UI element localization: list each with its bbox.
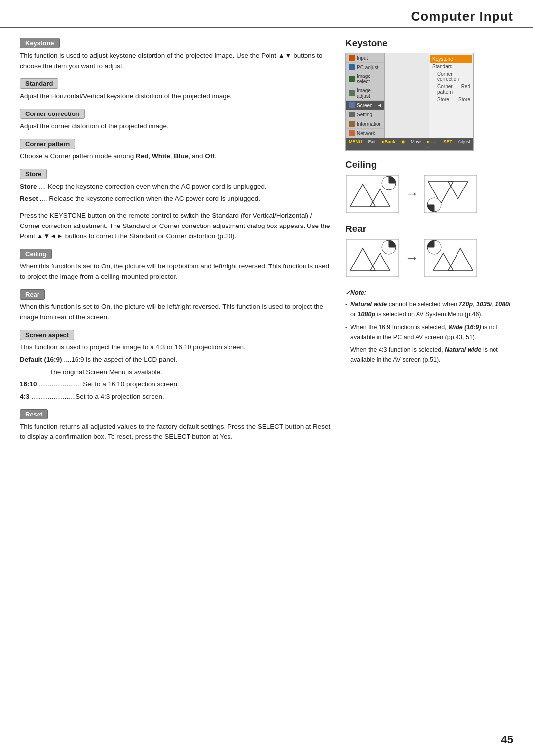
natural-wide-1: Natural wide bbox=[350, 301, 387, 308]
menu-store-row: Store Store bbox=[432, 96, 470, 103]
ceiling-before-svg bbox=[345, 174, 400, 214]
main-content: Keystone This function is used to adjust… bbox=[0, 28, 533, 459]
default-text: Default (16:9) ....16:9 is the aspect of… bbox=[20, 355, 331, 365]
svg-marker-13 bbox=[370, 253, 390, 270]
svg-marker-18 bbox=[448, 248, 473, 270]
menu-container: Input PC adjust Image select Image adjus… bbox=[346, 53, 473, 138]
menu-item-pcadjust: PC adjust bbox=[346, 63, 384, 72]
input-icon bbox=[349, 55, 355, 61]
ceiling-desc: When this function is set to On, the pic… bbox=[20, 262, 331, 282]
network-icon bbox=[349, 130, 355, 136]
store-section: Store Store .... Keep the keystone corre… bbox=[20, 169, 331, 204]
svg-marker-19 bbox=[433, 253, 453, 270]
page-number: 45 bbox=[501, 733, 513, 746]
ceiling-diagram-section: Ceiling → bbox=[345, 159, 513, 214]
keystone-section: Keystone This function is used to adjust… bbox=[20, 38, 331, 72]
svg-marker-0 bbox=[350, 184, 375, 206]
red-text: Red bbox=[136, 152, 149, 160]
note-list: Natural wide cannot be selected when 720… bbox=[345, 300, 513, 365]
note-item-2: When the 16:9 function is selected, Wide… bbox=[345, 322, 513, 342]
left-column: Keystone This function is used to adjust… bbox=[20, 38, 331, 449]
pcadjust-label: PC adjust bbox=[357, 65, 378, 70]
pcadjust-icon bbox=[349, 64, 355, 70]
standard-label: Standard bbox=[20, 78, 58, 89]
reset-desc: This function returns all adjusted value… bbox=[20, 422, 331, 443]
rear-label: Rear bbox=[20, 289, 45, 300]
menu-standard-row: Standard bbox=[432, 63, 470, 70]
menu-item-setting: Setting bbox=[346, 110, 384, 119]
standard-menu-label: Standard bbox=[432, 64, 453, 69]
store-bold: Store bbox=[20, 183, 37, 190]
input-label: Input bbox=[357, 55, 368, 61]
svg-marker-12 bbox=[350, 248, 375, 270]
corner-correction-section: Corner correction Adjust the corner dist… bbox=[20, 109, 331, 132]
corner-pattern-menu-label: Corner pattern bbox=[437, 84, 461, 95]
keystone-note: Press the KEYSTONE button on the remote … bbox=[20, 211, 331, 242]
original-screen: The original Screen Menu is available. bbox=[49, 367, 331, 378]
note-item-1: Natural wide cannot be selected when 720… bbox=[345, 300, 513, 319]
right-column: Keystone Input PC adjust Image select bbox=[345, 38, 513, 449]
1080p: 1080p bbox=[358, 311, 375, 318]
corner-correction-label: Corner correction bbox=[20, 109, 85, 119]
menu-sidebar: Input PC adjust Image select Image adjus… bbox=[346, 53, 385, 138]
ceiling-after-svg bbox=[423, 174, 478, 214]
note-item-3: When the 4:3 function is selected, Natur… bbox=[345, 345, 513, 365]
rear-arrow: → bbox=[405, 250, 419, 266]
ratio-43-label: 4:3 bbox=[20, 393, 30, 400]
keystone-menu: Input PC adjust Image select Image adjus… bbox=[345, 53, 474, 151]
rear-after-svg bbox=[423, 238, 478, 278]
reset-text: Reset .... Release the keystone correcti… bbox=[20, 194, 331, 204]
setting-icon bbox=[349, 112, 355, 117]
note-title: ✓Note: bbox=[345, 288, 513, 298]
menu-footer: MENUExit ◄Back ◆Move ►------ SETAdjust bbox=[346, 138, 473, 150]
menu-corner-row: Corner correction bbox=[432, 70, 470, 83]
corner-correction-menu-label: Corner correction bbox=[437, 71, 470, 82]
menu-item-imageadjust: Image adjust bbox=[346, 86, 384, 101]
corner-pattern-desc: Choose a Corner pattern mode among Red, … bbox=[20, 151, 331, 162]
reset-bold: Reset bbox=[20, 195, 38, 202]
menu-item-screen: Screen ◄ bbox=[346, 101, 384, 110]
wide-169: Wide (16:9) bbox=[448, 324, 481, 331]
store-menu-value: Store bbox=[458, 97, 470, 102]
note-box: ✓Note: Natural wide cannot be selected w… bbox=[345, 288, 513, 365]
menu-item-imageselect: Image select bbox=[346, 72, 384, 86]
ratio-43: 4:3 ........................Set to a 4:3… bbox=[20, 392, 331, 402]
rear-before-svg bbox=[345, 238, 400, 278]
screen-aspect-label: Screen aspect bbox=[20, 330, 74, 340]
network-label: Network bbox=[357, 131, 375, 136]
page-header: Computer Input bbox=[0, 0, 533, 28]
corner-pattern-label: Corner pattern bbox=[20, 139, 75, 149]
rear-diagram-section: Rear → bbox=[345, 224, 513, 278]
menu-item-information: Information bbox=[346, 119, 384, 129]
blue-text: Blue bbox=[174, 152, 188, 160]
1080i: 1080i bbox=[495, 301, 510, 308]
store-label: Store bbox=[20, 169, 47, 179]
rear-desc: When this function is set to On, the pic… bbox=[20, 302, 331, 323]
page-title: Computer Input bbox=[20, 9, 513, 24]
ratio-1610-label: 16:10 bbox=[20, 380, 37, 388]
keystone-note-section: Press the KEYSTONE button on the remote … bbox=[20, 211, 331, 242]
imageadjust-icon bbox=[349, 90, 355, 96]
imageadjust-label: Image adjust bbox=[357, 88, 381, 99]
keystone-label: Keystone bbox=[20, 38, 60, 48]
keystone-right-title: Keystone bbox=[345, 38, 513, 49]
svg-marker-7 bbox=[448, 182, 468, 199]
imageselect-icon bbox=[349, 76, 355, 82]
screen-aspect-desc: This function is used to project the ima… bbox=[20, 342, 331, 353]
ratio-1610: 16:10 ....................... Set to a 1… bbox=[20, 379, 331, 390]
screen-arrow: ◄ bbox=[377, 103, 381, 108]
reset-section: Reset This function returns all adjusted… bbox=[20, 409, 331, 443]
menu-corner-pattern-row: Corner pattern Red bbox=[432, 83, 470, 96]
1035i: 1035i bbox=[476, 301, 492, 308]
screen-icon bbox=[349, 102, 355, 108]
ceiling-label: Ceiling bbox=[20, 249, 52, 259]
ceiling-arrow: → bbox=[405, 186, 419, 202]
footer-set: SET bbox=[443, 139, 452, 149]
imageselect-label: Image select bbox=[357, 74, 381, 84]
rear-right-title: Rear bbox=[345, 224, 513, 234]
svg-marker-1 bbox=[370, 189, 390, 206]
720p: 720p bbox=[459, 301, 473, 308]
ceiling-section: Ceiling When this function is set to On,… bbox=[20, 249, 331, 282]
default-label: Default (16:9) bbox=[20, 356, 62, 363]
footer-arrow: ►------ bbox=[426, 139, 438, 149]
